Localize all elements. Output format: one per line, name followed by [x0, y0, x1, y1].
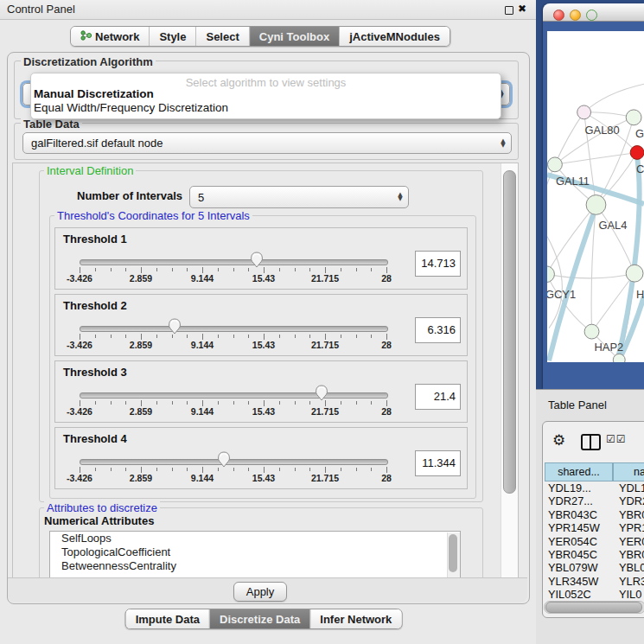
threshold-slider-track[interactable]	[80, 459, 388, 465]
tab-select[interactable]: Select	[196, 27, 249, 46]
network-node-h[interactable]	[626, 265, 643, 282]
slider-tick	[111, 268, 112, 271]
table-row[interactable]: YER054CYER0	[545, 535, 644, 548]
tab-style[interactable]: Style	[150, 27, 196, 46]
threshold-slider-thumb[interactable]	[168, 318, 182, 335]
network-edge	[547, 205, 596, 274]
attribute-item-3[interactable]: BetweennessCentrality	[50, 559, 460, 573]
algorithm-option-2[interactable]: Equal Width/Frequency Discretization	[34, 101, 228, 114]
network-edge	[547, 273, 634, 278]
numerical-attributes-list[interactable]: SelfLoopsTopologicalCoefficientBetweenne…	[49, 531, 461, 579]
slider-tick	[295, 335, 296, 338]
slider-tick	[218, 335, 219, 338]
apply-button[interactable]: Apply	[233, 582, 287, 602]
close-traffic-light-icon[interactable]	[553, 10, 564, 21]
slider-tick	[386, 334, 387, 340]
application-window: Control Panel ✖ NetworkStyleSelectCyni T…	[0, 0, 644, 644]
slider-tick	[341, 401, 341, 405]
table-row[interactable]: YPR145WYPR1	[545, 521, 644, 534]
network-window-titlebar[interactable]	[543, 3, 644, 22]
table-row[interactable]: YBR043CYBR0	[545, 508, 644, 521]
table-row[interactable]: YBL079WYBL0	[545, 561, 644, 574]
close-icon[interactable]: ✖	[518, 3, 526, 15]
slider-tick	[341, 335, 341, 338]
network-node-c[interactable]	[630, 146, 644, 160]
slider-tick	[187, 401, 188, 405]
slider-tick	[156, 335, 157, 338]
slider-tick-label: 9.144	[182, 273, 223, 284]
slider-tick	[386, 267, 387, 273]
network-node-label: C	[636, 163, 644, 175]
tab-discretize-data[interactable]: Discretize Data	[210, 609, 310, 628]
slider-tick-label: 2.859	[120, 340, 162, 350]
settings-scroll-viewport: Interval Definition Number of Intervals …	[12, 163, 519, 579]
tab-impute-data[interactable]: Impute Data	[126, 609, 210, 628]
slider-tick	[279, 335, 280, 338]
slider-tick	[172, 468, 173, 471]
threshold-value-field[interactable]: 21.4	[415, 384, 461, 410]
network-node-gal4[interactable]	[586, 195, 606, 215]
tab-cyni-toolbox[interactable]: Cyni Toolbox	[250, 27, 340, 46]
slider-tick-label: 21.715	[304, 340, 346, 350]
network-node-gal80[interactable]	[577, 105, 591, 119]
slider-tick	[141, 400, 142, 406]
threshold-slider-thumb[interactable]	[315, 385, 328, 401]
cell-shared-name: YBL079W	[545, 561, 615, 574]
threshold-value-field[interactable]: 14.713	[415, 251, 461, 277]
table-header-name[interactable]: na	[613, 462, 644, 481]
table-row[interactable]: YLR345WYLR3	[545, 575, 644, 588]
cyni-mode-tabs: Impute DataDiscretize DataInfer Network	[125, 609, 403, 629]
network-node-gal11[interactable]	[547, 157, 562, 172]
number-of-intervals-combobox[interactable]: 5 ▲▼	[189, 186, 409, 208]
threshold-slider-track[interactable]	[80, 259, 388, 265]
table-data-combobox[interactable]: galFiltered.sif default node ▲▼	[22, 132, 512, 154]
table-row[interactable]: YDL19...YDL1	[545, 481, 644, 494]
tab-label: Discretize Data	[220, 613, 300, 626]
slider-tick	[371, 401, 372, 405]
slider-tick	[141, 267, 142, 273]
threshold-slider-thumb[interactable]	[250, 252, 264, 268]
table-row[interactable]: YDR27...YDR2	[545, 494, 644, 507]
tab-label: jActiveMNodules	[349, 30, 440, 43]
attributes-scrollbar-thumb[interactable]	[449, 534, 457, 572]
gear-icon[interactable]: ⚙	[552, 431, 565, 449]
table-row[interactable]: YIL052CYIL0	[545, 588, 644, 600]
threshold-value-field[interactable]: 6.316	[415, 317, 461, 343]
tab-label: Infer Network	[320, 613, 392, 626]
algorithm-option-1[interactable]: Manual Discretization	[34, 87, 154, 100]
minimize-traffic-light-icon[interactable]	[570, 10, 581, 21]
network-node-ga[interactable]	[626, 110, 641, 125]
column-chooser-icon[interactable]	[581, 434, 601, 450]
table-data-group-title: Table Data	[21, 118, 82, 131]
control-panel-titlebar	[0, 0, 536, 20]
slider-tick	[233, 401, 234, 405]
network-canvas[interactable]: GAL80GACGAL11GAL4GCY1HHAP2	[547, 31, 644, 362]
threshold-slider-thumb[interactable]	[217, 451, 231, 468]
tab-jactivemnodules[interactable]: jActiveMNodules	[340, 27, 450, 46]
attribute-item-1[interactable]: SelfLoops	[50, 532, 460, 545]
threshold-slider-track[interactable]	[80, 326, 388, 332]
tab-infer-network[interactable]: Infer Network	[310, 609, 401, 628]
network-node-hap2[interactable]	[584, 324, 599, 339]
threshold-2-panel: Threshold 2-3.4262.8599.14415.4321.71528…	[54, 294, 468, 356]
network-node[interactable]	[613, 354, 625, 362]
tab-network[interactable]: Network	[71, 27, 150, 46]
slider-tick	[356, 401, 357, 405]
float-window-icon[interactable]	[505, 6, 513, 15]
threshold-slider-track[interactable]	[80, 392, 388, 399]
slider-tick	[202, 267, 203, 273]
slider-tick	[233, 335, 234, 338]
slider-tick	[309, 268, 310, 271]
cell-shared-name: YLR345W	[545, 575, 615, 588]
table-header-shared-name[interactable]: shared...	[545, 462, 613, 481]
table-row[interactable]: YBR045CYBR0	[545, 548, 644, 561]
slider-tick	[156, 401, 157, 405]
zoom-traffic-light-icon[interactable]	[586, 10, 597, 21]
threshold-value-field[interactable]: 11.344	[415, 450, 461, 476]
slider-tick-label: 28	[366, 273, 407, 284]
network-node-gcy1[interactable]	[547, 266, 554, 283]
table-horizontal-scrollbar-thumb[interactable]	[545, 602, 642, 613]
settings-scrollbar-thumb[interactable]	[503, 170, 516, 494]
attribute-item-2[interactable]: TopologicalCoefficient	[50, 545, 460, 559]
checkbox-filter-icon[interactable]: ☑☑	[606, 433, 627, 445]
